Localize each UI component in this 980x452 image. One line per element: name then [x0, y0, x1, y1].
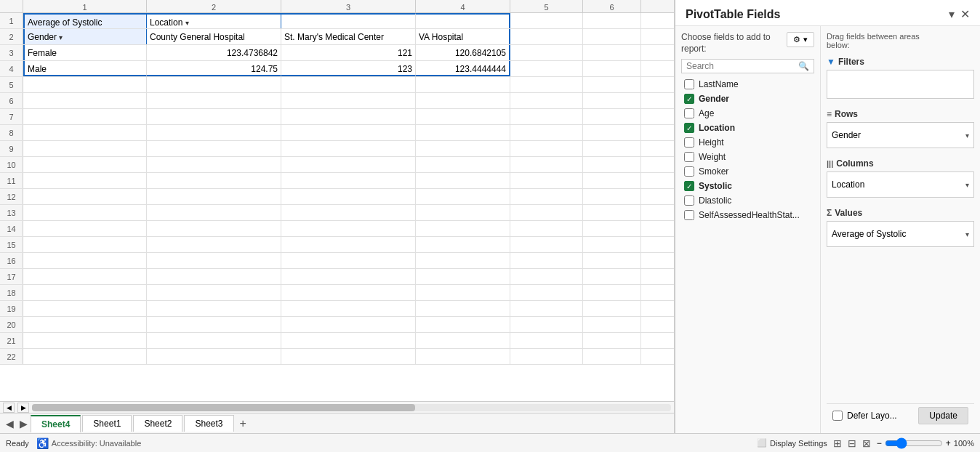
values-dropdown-arrow[interactable]: ▾: [965, 230, 969, 238]
sheet-nav-next[interactable]: ▶: [17, 418, 31, 429]
zoom-slider[interactable]: [885, 437, 943, 449]
search-box[interactable]: 🔍: [681, 59, 814, 73]
field-item-smoker[interactable]: Smoker: [681, 165, 814, 178]
row-num: 17: [0, 269, 23, 284]
sheet-tab-sheet2[interactable]: Sheet2: [133, 415, 182, 432]
field-checkbox-gender[interactable]: [684, 94, 694, 104]
row-num-3: 3: [0, 45, 23, 60]
col-header-2[interactable]: 2: [147, 0, 281, 12]
scroll-left-btn[interactable]: ◀: [3, 403, 15, 413]
cell-r1c6[interactable]: [583, 13, 641, 28]
cell-r4c3[interactable]: 123: [281, 61, 416, 76]
filters-label: Filters: [838, 57, 864, 67]
sheet-tab-sheet3[interactable]: Sheet3: [184, 415, 233, 432]
cell-r3c3[interactable]: 121: [281, 45, 416, 60]
defer-checkbox[interactable]: [832, 411, 843, 421]
sheet-tab-sheet4[interactable]: Sheet4: [31, 415, 81, 432]
display-settings-button[interactable]: ⬜ Display Settings: [757, 438, 827, 448]
field-item-systolic[interactable]: Systolic: [681, 179, 814, 193]
cell-r1c2[interactable]: Location ▾: [147, 13, 281, 28]
table-row: 13: [0, 205, 674, 221]
choose-text: Choose fields to add to report:: [681, 32, 787, 55]
field-checkbox-location[interactable]: [684, 123, 694, 133]
pivot-panel-title: PivotTable Fields: [686, 8, 780, 21]
row-num: 7: [0, 109, 23, 124]
settings-button[interactable]: ⚙ ▾: [787, 32, 814, 47]
zoom-out-button[interactable]: −: [877, 438, 882, 448]
cell-r1c5[interactable]: [510, 13, 583, 28]
filter-arrow-icon[interactable]: ▾: [59, 33, 63, 41]
cell-r4c6[interactable]: [583, 61, 641, 76]
search-input[interactable]: [686, 61, 798, 71]
cell-r1c4[interactable]: [416, 13, 510, 28]
cell-r3c6[interactable]: [583, 45, 641, 60]
field-checkbox-age[interactable]: [684, 108, 694, 118]
cell-r1c1[interactable]: Average of Systolic: [23, 13, 147, 28]
cell-r2c3[interactable]: St. Mary's Medical Center: [281, 29, 416, 44]
field-item-height[interactable]: Height: [681, 136, 814, 149]
sheet-tab-sheet1[interactable]: Sheet1: [82, 415, 132, 432]
cell-r2c5[interactable]: [510, 29, 583, 44]
scroll-right-btn[interactable]: ▶: [17, 403, 29, 413]
close-button[interactable]: ✕: [960, 7, 970, 21]
row-num: 6: [0, 93, 23, 108]
col-header-4[interactable]: 4: [416, 0, 510, 12]
zoom-in-button[interactable]: +: [946, 438, 951, 448]
row-num-4: 4: [0, 61, 23, 76]
row-num: 14: [0, 221, 23, 236]
cell-r4c4[interactable]: 123.4444444: [416, 61, 510, 76]
columns-dropdown-arrow[interactable]: ▾: [965, 181, 969, 189]
col-header-3[interactable]: 3: [281, 0, 416, 12]
cell-r3c1[interactable]: Female: [23, 45, 147, 60]
add-sheet-button[interactable]: +: [236, 417, 251, 430]
col-header-1[interactable]: 1: [23, 0, 147, 12]
field-item-diastolic[interactable]: Diastolic: [681, 194, 814, 207]
update-button[interactable]: Update: [918, 407, 968, 424]
accessibility-text: Accessibility: Unavailable: [52, 439, 142, 448]
field-checkbox-diastolic[interactable]: [684, 195, 694, 206]
field-item-age[interactable]: Age: [681, 107, 814, 120]
table-row: 11: [0, 173, 674, 189]
cell-r4c1[interactable]: Male: [23, 61, 147, 76]
h-scroll-area[interactable]: ◀ ▶: [0, 401, 674, 413]
values-drop-zone[interactable]: Average of Systolic ▾: [827, 221, 974, 247]
sheet-nav-prev[interactable]: ◀: [3, 418, 17, 429]
page-layout-button[interactable]: ⊟: [848, 437, 856, 449]
cell-r3c4[interactable]: 120.6842105: [416, 45, 510, 60]
field-item-weight[interactable]: Weight: [681, 150, 814, 164]
field-checkbox-height[interactable]: [684, 137, 694, 148]
cell-r2c6[interactable]: [583, 29, 641, 44]
defer-label[interactable]: Defer Layo...: [832, 411, 897, 421]
field-checkbox-weight[interactable]: [684, 152, 694, 162]
field-item-lastname[interactable]: LastName: [681, 78, 814, 91]
field-checkbox-selfassessed[interactable]: [684, 210, 694, 220]
cell-r2c4[interactable]: VA Hospital: [416, 29, 510, 44]
cell-r1c3[interactable]: [281, 13, 416, 28]
field-checkbox-smoker[interactable]: [684, 166, 694, 177]
minimize-button[interactable]: ▾: [949, 7, 955, 21]
field-label-age: Age: [699, 108, 714, 118]
row-num: 13: [0, 205, 23, 220]
cell-r4c2[interactable]: 124.75: [147, 61, 281, 76]
cell-r2c2[interactable]: County General Hospital: [147, 29, 281, 44]
row-num: 18: [0, 285, 23, 300]
field-item-selfassessed[interactable]: SelfAssessedHealthStat...: [681, 209, 814, 222]
cell-r4c5[interactable]: [510, 61, 583, 76]
cell-r2c1[interactable]: Gender ▾: [23, 29, 147, 44]
field-item-gender[interactable]: Gender: [681, 92, 814, 105]
col-header-6[interactable]: 6: [583, 0, 641, 12]
table-row: 3 Female 123.4736842 121 120.6842105: [0, 45, 674, 61]
cell-r3c2[interactable]: 123.4736842: [147, 45, 281, 60]
normal-view-button[interactable]: ⊞: [833, 437, 842, 449]
field-item-location[interactable]: Location: [681, 121, 814, 134]
field-checkbox-systolic[interactable]: [684, 181, 694, 191]
filters-drop-zone[interactable]: [827, 70, 974, 99]
filter-arrow-icon[interactable]: ▾: [185, 19, 189, 27]
cell-r3c5[interactable]: [510, 45, 583, 60]
page-break-button[interactable]: ⊠: [862, 437, 871, 449]
rows-drop-zone[interactable]: Gender ▾: [827, 122, 974, 148]
col-header-5[interactable]: 5: [510, 0, 583, 12]
field-checkbox-lastname[interactable]: [684, 79, 694, 89]
rows-dropdown-arrow[interactable]: ▾: [965, 132, 969, 140]
columns-drop-zone[interactable]: Location ▾: [827, 171, 974, 198]
